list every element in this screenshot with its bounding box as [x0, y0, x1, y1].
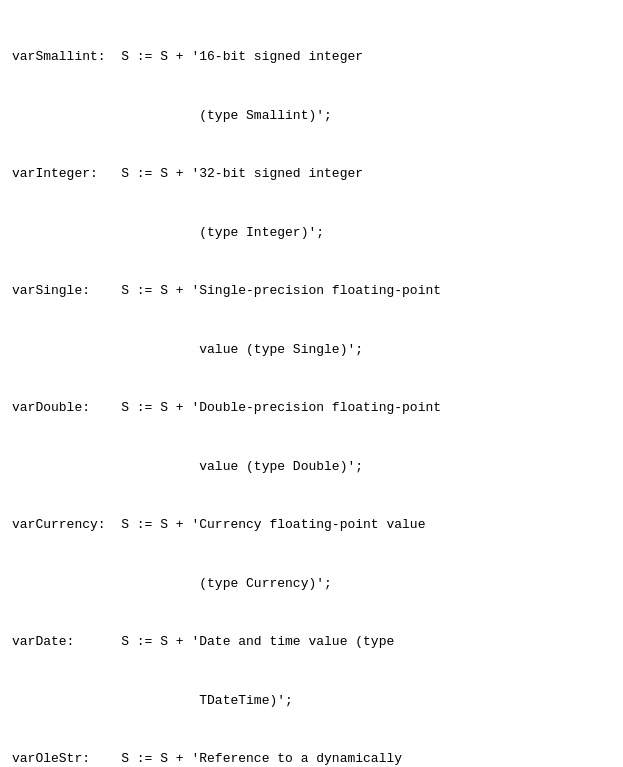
code-line-12: TDateTime)'; — [12, 691, 611, 711]
code-line-7: varDouble: S := S + 'Double-precision fl… — [12, 398, 611, 418]
code-line-3: varInteger: S := S + '32-bit signed inte… — [12, 164, 611, 184]
code-line-11: varDate: S := S + 'Date and time value (… — [12, 632, 611, 652]
code-line-9: varCurrency: S := S + 'Currency floating… — [12, 515, 611, 535]
code-line-4: (type Integer)'; — [12, 223, 611, 243]
code-line-1: varSmallint: S := S + '16-bit signed int… — [12, 47, 611, 67]
code-line-5: varSingle: S := S + 'Single-precision fl… — [12, 281, 611, 301]
code-line-2: (type Smallint)'; — [12, 106, 611, 126]
code-display: varSmallint: S := S + '16-bit signed int… — [12, 8, 611, 767]
code-line-13: varOleStr: S := S + 'Reference to a dyna… — [12, 749, 611, 767]
code-line-10: (type Currency)'; — [12, 574, 611, 594]
code-line-8: value (type Double)'; — [12, 457, 611, 477]
code-line-6: value (type Single)'; — [12, 340, 611, 360]
